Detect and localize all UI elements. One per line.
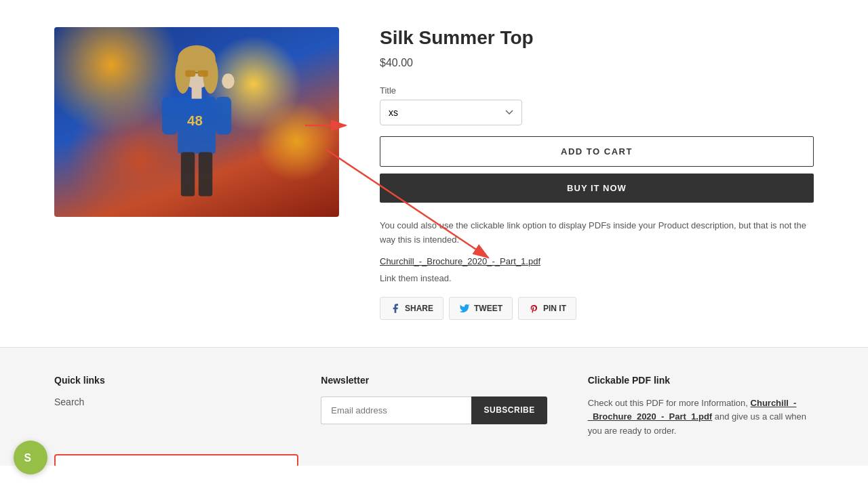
newsletter-title: Newsletter: [321, 375, 547, 386]
buy-now-button[interactable]: BUY IT NOW: [380, 174, 814, 203]
svg-point-12: [222, 74, 235, 89]
title-field: Title xs s m l xl: [380, 85, 814, 136]
product-image: 48: [54, 27, 339, 217]
social-buttons: SHARE TWEET PIN IT: [380, 297, 814, 320]
annotation-box: Create clickable links of PDFs and past …: [54, 454, 298, 466]
search-footer-link[interactable]: Search: [54, 396, 280, 407]
size-select[interactable]: xs s m l xl: [380, 100, 522, 125]
share-label: SHARE: [405, 304, 433, 313]
pin-button[interactable]: PIN IT: [518, 297, 576, 320]
twitter-icon: [459, 303, 470, 314]
newsletter-form: SUBSCRIBE: [321, 396, 547, 424]
quick-links-title: Quick links: [54, 375, 280, 386]
clickable-pdf-title: Clickable PDF link: [588, 375, 814, 386]
product-title: Silk Summer Top: [380, 27, 814, 49]
tweet-button[interactable]: TWEET: [449, 297, 513, 320]
product-section: 48 Create: [0, 0, 868, 347]
svg-rect-6: [198, 70, 208, 77]
title-field-label: Title: [380, 85, 814, 96]
footer: Quick links Search Newsletter SUBSCRIBE …: [0, 347, 868, 466]
svg-rect-15: [199, 152, 212, 197]
pdf-link[interactable]: Churchill_-_Brochure_2020_-_Part_1.pdf: [380, 256, 540, 266]
right-column: Silk Summer Top $40.00 Title xs s m l xl…: [380, 27, 814, 320]
quick-links-section: Quick links Search: [54, 375, 280, 439]
subscribe-button[interactable]: SUBSCRIBE: [471, 396, 547, 424]
product-description: You could also use the clickable link op…: [380, 219, 814, 247]
pinterest-icon: [528, 303, 539, 314]
svg-rect-5: [185, 70, 195, 77]
newsletter-section: Newsletter SUBSCRIBE: [321, 375, 547, 439]
facebook-icon: [390, 303, 401, 314]
svg-rect-13: [192, 87, 202, 99]
svg-rect-11: [216, 97, 231, 135]
left-column: 48 Create: [54, 27, 339, 320]
clickable-pdf-text-before: Check out this PDF for more Information,: [588, 398, 748, 408]
product-image-svg: 48: [142, 34, 251, 210]
product-price: $40.00: [380, 57, 814, 69]
tweet-label: TWEET: [474, 304, 502, 313]
svg-rect-14: [181, 152, 195, 197]
clickable-pdf-section: Clickable PDF link Check out this PDF fo…: [588, 375, 814, 439]
email-input[interactable]: [321, 396, 471, 424]
clickable-pdf-description: Check out this PDF for more Information,…: [588, 396, 814, 439]
pin-label: PIN IT: [543, 304, 566, 313]
share-button[interactable]: SHARE: [380, 297, 443, 320]
svg-text:48: 48: [187, 113, 203, 128]
add-to-cart-button[interactable]: ADD TO CART: [380, 136, 814, 167]
link-them-text: Link them instead.: [380, 273, 814, 283]
svg-text:S: S: [24, 452, 31, 464]
shopify-icon: S: [21, 448, 40, 466]
svg-rect-10: [162, 97, 178, 135]
